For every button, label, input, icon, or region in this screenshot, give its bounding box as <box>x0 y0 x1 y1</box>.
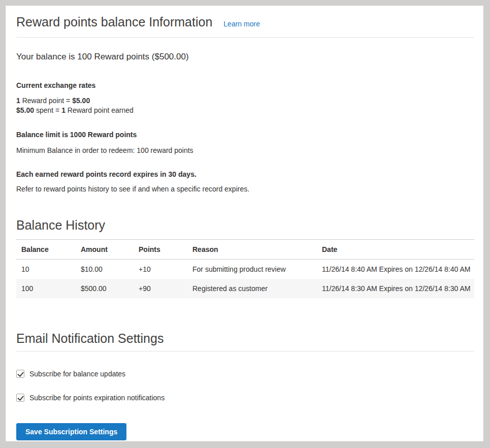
exchange-rates: 1 Reward point = $5.00 $5.00 spent = 1 R… <box>16 96 474 115</box>
rate2-mid: spent = <box>34 106 61 114</box>
expiry-rule-text: Each earned reward points record expires… <box>16 170 474 178</box>
balance-updates-checkbox[interactable] <box>16 370 24 378</box>
balance-updates-label[interactable]: Subscribe for balance updates <box>29 370 125 378</box>
email-settings-title: Email Notification Settings <box>16 331 474 351</box>
page-title: Reward points balance Information <box>16 14 212 30</box>
balance-summary: Your balance is 100 Reward points ($500.… <box>16 52 474 62</box>
balance-limit-text: Balance limit is 1000 Reward points <box>16 131 474 139</box>
cell-balance: 100 <box>16 279 76 298</box>
expiry-note-text: Refer to reward points history to see if… <box>16 185 474 193</box>
expiration-notifications-option: Subscribe for points expiration notifica… <box>16 394 474 402</box>
rate1-points: 1 <box>16 97 20 105</box>
cell-points: +90 <box>134 279 187 298</box>
exchange-rate-line-1: 1 Reward point = $5.00 <box>16 96 474 106</box>
balance-updates-option: Subscribe for balance updates <box>16 370 474 378</box>
column-header-points: Points <box>134 240 187 260</box>
column-header-reason: Reason <box>187 240 317 260</box>
rate2-points: 1 <box>61 106 66 114</box>
cell-date: 11/26/14 8:30 AM Expires on 12/26/14 8:3… <box>317 279 474 298</box>
cell-amount: $500.00 <box>76 279 134 298</box>
column-header-date: Date <box>317 240 474 260</box>
minimum-balance-text: Minimum Balance in order to redeem: 100 … <box>16 146 474 154</box>
table-row: 100 $500.00 +90 Registered as customer 1… <box>16 279 474 298</box>
cell-balance: 10 <box>16 260 76 279</box>
page-header: Reward points balance Information Learn … <box>16 14 474 38</box>
table-row: 10 $10.00 +10 For submitting product rev… <box>16 260 474 279</box>
expiration-notifications-label[interactable]: Subscribe for points expiration notifica… <box>29 394 165 402</box>
rate1-amount: $5.00 <box>72 97 90 105</box>
exchange-rate-line-2: $5.00 spent = 1 Reward point earned <box>16 106 474 115</box>
column-header-amount: Amount <box>76 240 134 260</box>
cell-reason: For submitting product review <box>187 260 317 279</box>
rate2-rest: Reward point earned <box>66 106 134 114</box>
cell-date: 11/26/14 8:40 AM Expires on 12/26/14 8:4… <box>317 260 474 279</box>
expiration-notifications-checkbox[interactable] <box>16 394 24 402</box>
learn-more-link[interactable]: Learn more <box>223 20 260 28</box>
column-header-balance: Balance <box>16 240 76 260</box>
reward-points-card: Reward points balance Information Learn … <box>5 5 484 442</box>
exchange-rates-heading: Current exchange rates <box>16 81 474 89</box>
rate1-mid: Reward point = <box>20 97 72 105</box>
rate2-amount: $5.00 <box>16 106 34 114</box>
cell-points: +10 <box>134 260 187 279</box>
balance-history-table: Balance Amount Points Reason Date 10 $10… <box>16 239 474 298</box>
cell-reason: Registered as customer <box>187 279 317 298</box>
table-header-row: Balance Amount Points Reason Date <box>16 240 474 260</box>
balance-history-title: Balance History <box>16 217 474 233</box>
save-subscription-settings-button[interactable]: Save Subscription Settings <box>16 423 126 440</box>
cell-amount: $10.00 <box>76 260 134 279</box>
